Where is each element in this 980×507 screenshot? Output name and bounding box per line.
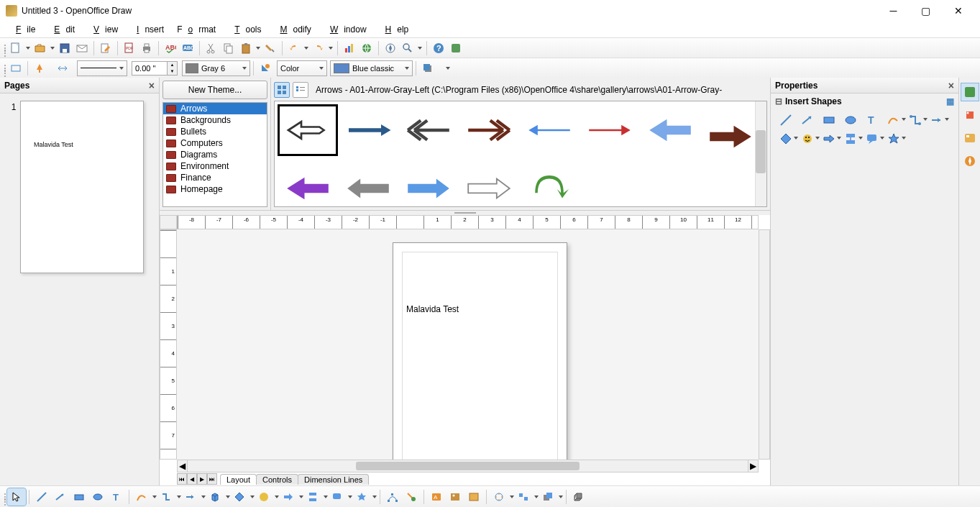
gallery-grid[interactable] (274, 101, 767, 207)
line-tool[interactable] (32, 488, 51, 506)
line-width-input[interactable]: ▲▼ (132, 61, 178, 76)
gallery-scrollbar[interactable] (755, 101, 766, 206)
flowchart-tool[interactable] (840, 129, 861, 148)
lines-arrows-tool[interactable] (181, 488, 200, 506)
curve-tool[interactable] (883, 111, 905, 129)
line-ends-button[interactable] (54, 60, 71, 77)
line-tool[interactable] (775, 111, 797, 129)
menu-tools[interactable]: Tools (223, 23, 267, 36)
spellcheck-button[interactable]: ABC (162, 40, 179, 57)
flowchart-tool[interactable] (303, 488, 322, 506)
menu-window[interactable]: Window (319, 23, 372, 36)
canvas-viewport[interactable]: Malavida Test (177, 229, 759, 460)
canvas-page[interactable]: Malavida Test (393, 242, 567, 460)
new-button[interactable] (7, 40, 24, 57)
open-button[interactable] (32, 40, 49, 57)
vertical-ruler[interactable]: 12345678910 (160, 229, 177, 460)
callouts-tool[interactable] (328, 488, 347, 506)
area-style-button[interactable] (257, 60, 274, 77)
shadow-button[interactable] (419, 60, 436, 77)
menu-help[interactable]: Help (374, 23, 415, 36)
properties-close[interactable]: × (948, 80, 954, 91)
line-arrow-tool[interactable] (797, 111, 818, 129)
text-tool[interactable]: T (861, 111, 883, 129)
gallery-item[interactable] (398, 156, 459, 207)
connector-tool[interactable] (905, 111, 926, 129)
navigator-button[interactable] (382, 40, 399, 57)
export-pdf-button[interactable]: PDF (121, 40, 138, 57)
menu-view[interactable]: View (82, 23, 124, 36)
toolbar-overflow[interactable] (439, 60, 457, 77)
ellipse-tool[interactable] (840, 111, 861, 129)
fill-type-select[interactable]: Color (277, 60, 327, 76)
theme-item[interactable]: Finance (163, 172, 267, 183)
gallery-item[interactable] (700, 104, 761, 156)
new-theme-button[interactable]: New Theme... (162, 81, 267, 99)
layer-tab[interactable]: Dimension Lines (298, 474, 369, 485)
menu-file[interactable]: File (4, 23, 41, 36)
arrow-style-button[interactable] (31, 60, 48, 77)
sidebar-gallery-icon[interactable] (961, 106, 979, 124)
connector-tool[interactable] (157, 488, 175, 506)
print-button[interactable] (138, 40, 155, 57)
basic-shapes-tool[interactable] (230, 488, 249, 506)
page-thumbnail[interactable]: 1 Malavida Test (0, 93, 159, 280)
hyperlink-button[interactable] (358, 40, 375, 57)
gallery-item[interactable] (459, 156, 519, 207)
chart-button[interactable] (341, 40, 358, 57)
stars-tool[interactable] (883, 129, 905, 148)
gallery-item[interactable] (338, 104, 398, 156)
sidebar-properties-icon[interactable] (961, 83, 979, 101)
close-button[interactable]: ✕ (942, 0, 974, 22)
line-arrow-tool[interactable] (51, 488, 70, 506)
menu-edit[interactable]: Edit (42, 23, 81, 36)
menu-format[interactable]: Format (171, 23, 221, 36)
gallery-item[interactable] (278, 104, 338, 156)
theme-item[interactable]: Backgrounds (163, 114, 267, 126)
gallery-tool[interactable] (464, 488, 483, 506)
theme-item[interactable]: Homepage (163, 183, 267, 195)
theme-item[interactable]: Diagrams (163, 149, 267, 160)
format-paintbrush-button[interactable] (262, 40, 279, 57)
save-button[interactable] (56, 40, 73, 57)
theme-list[interactable]: ArrowsBackgroundsBulletsComputersDiagram… (162, 102, 267, 207)
text-tool[interactable]: T (107, 488, 126, 506)
gluepoints-tool[interactable] (402, 488, 421, 506)
effects-tool[interactable] (490, 488, 508, 506)
gallery-item[interactable] (278, 156, 338, 207)
line-style-select[interactable] (77, 60, 127, 76)
pages-panel-close[interactable]: × (149, 80, 155, 91)
tab-prev[interactable]: ◀ (187, 473, 197, 485)
gallery-item[interactable] (398, 104, 459, 156)
undo-button[interactable] (285, 40, 303, 57)
fill-color-select[interactable]: Blue classic (330, 60, 413, 76)
symbol-shapes-tool[interactable] (255, 488, 273, 506)
block-arrows-tool[interactable] (279, 488, 298, 506)
sidebar-navigator-icon[interactable] (961, 129, 979, 147)
gallery-item[interactable] (519, 104, 580, 156)
sidebar-compass-icon[interactable] (961, 152, 979, 170)
fontwork-tool[interactable]: A (427, 488, 446, 506)
rectangle-tool[interactable] (70, 488, 88, 506)
theme-item[interactable]: Arrows (163, 103, 267, 114)
section-menu-icon[interactable]: ▦ (946, 96, 954, 106)
auto-spellcheck-button[interactable]: ABC (179, 40, 196, 57)
stars-tool[interactable] (352, 488, 371, 506)
lines-arrows-tool[interactable] (926, 111, 948, 129)
redo-button[interactable] (310, 40, 327, 57)
rectangle-tool[interactable] (818, 111, 840, 129)
minimize-button[interactable]: ─ (877, 0, 910, 22)
extrusion-tool[interactable] (569, 488, 588, 506)
gallery-item[interactable] (640, 104, 700, 156)
gallery-item[interactable] (519, 156, 580, 207)
block-arrows-tool[interactable] (818, 129, 840, 148)
theme-item[interactable]: Computers (163, 137, 267, 149)
theme-item[interactable]: Bullets (163, 126, 267, 137)
align-tool[interactable] (514, 488, 533, 506)
edit-file-button[interactable] (97, 40, 114, 57)
basic-shapes-tool[interactable] (775, 129, 797, 148)
select-tool[interactable] (7, 488, 26, 506)
tab-last[interactable]: ⏭ (207, 473, 217, 485)
copy-button[interactable] (220, 40, 237, 57)
insert-shapes-header[interactable]: ⊟ Insert Shapes ▦ (771, 93, 958, 109)
